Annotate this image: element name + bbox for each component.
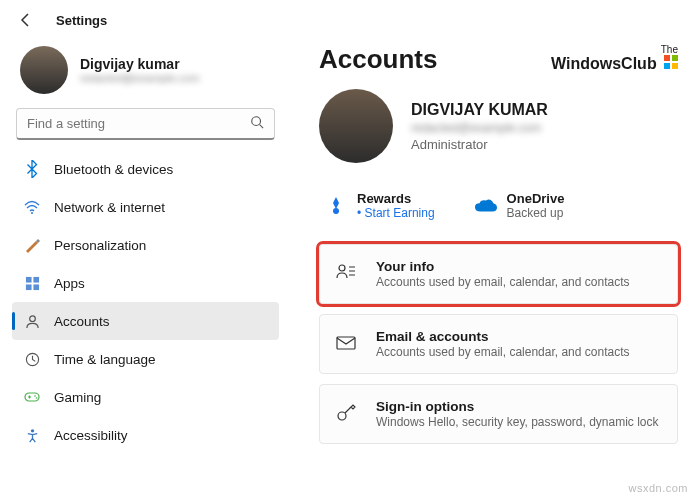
apps-icon [22,273,42,293]
card-sub: Accounts used by email, calendar, and co… [376,275,629,289]
time-icon [22,349,42,369]
page-title: Accounts [319,44,437,75]
back-button[interactable] [12,6,40,34]
account-role: Administrator [411,137,548,152]
sidebar-item-label: Bluetooth & devices [54,162,173,177]
sidebar-item-accessibility[interactable]: Accessibility [12,416,279,454]
sidebar: Digvijay kumar redacted@example.com Blue… [0,40,285,502]
window-title: Settings [56,13,107,28]
sidebar-item-apps[interactable]: Apps [12,264,279,302]
card-title: Sign-in options [376,399,659,414]
sidebar-item-accounts[interactable]: Accounts [12,302,279,340]
profile-name: Digvijay kumar [80,56,199,72]
svg-rect-18 [337,337,355,349]
profile-email: redacted@example.com [80,72,199,84]
sidebar-item-gaming[interactable]: Gaming [12,378,279,416]
sidebar-item-label: Accessibility [54,428,128,443]
card-signin-options[interactable]: Sign-in options Windows Hello, security … [319,384,678,444]
tile-rewards[interactable]: Rewards • Start Earning [325,191,435,220]
svg-rect-13 [672,55,678,61]
avatar [319,89,393,163]
brand-logo: The WindowsClub [551,44,678,73]
main-content: Accounts The WindowsClub DIGVIJAY KUMAR … [285,40,700,502]
account-email: redacted@example.com [411,121,548,135]
svg-point-11 [30,429,33,432]
arrow-left-icon [18,12,34,28]
sidebar-item-label: Gaming [54,390,101,405]
account-header: DIGVIJAY KUMAR redacted@example.com Admi… [319,89,678,163]
network-icon [22,197,42,217]
search-icon [250,115,264,132]
account-name: DIGVIJAY KUMAR [411,101,548,119]
svg-point-1 [31,212,33,214]
your-info-icon [336,263,358,286]
sidebar-item-network[interactable]: Network & internet [12,188,279,226]
bluetooth-icon [22,159,42,179]
accessibility-icon [22,425,42,445]
sidebar-item-personalization[interactable]: Personalization [12,226,279,264]
card-your-info[interactable]: Your info Accounts used by email, calend… [319,244,678,304]
sidebar-nav: Bluetooth & devices Network & internet P… [12,150,279,454]
sidebar-item-label: Apps [54,276,85,291]
personalization-icon [22,235,42,255]
svg-point-9 [34,395,36,397]
windows-flag-icon [664,55,678,69]
card-sub: Windows Hello, security key, password, d… [376,415,659,429]
onedrive-icon [475,195,497,217]
sidebar-profile[interactable]: Digvijay kumar redacted@example.com [12,40,279,108]
svg-point-0 [252,117,261,126]
svg-rect-15 [672,63,678,69]
svg-rect-2 [25,276,31,282]
svg-point-6 [29,315,35,321]
card-email-accounts[interactable]: Email & accounts Accounts used by email,… [319,314,678,374]
sidebar-item-label: Network & internet [54,200,165,215]
search-input[interactable] [27,116,250,131]
sidebar-item-label: Accounts [54,314,110,329]
sidebar-item-label: Time & language [54,352,156,367]
key-icon [336,402,358,427]
svg-rect-4 [25,284,31,290]
search-box[interactable] [16,108,275,140]
svg-rect-3 [33,276,39,282]
card-sub: Accounts used by email, calendar, and co… [376,345,629,359]
sidebar-item-bluetooth[interactable]: Bluetooth & devices [12,150,279,188]
tile-onedrive[interactable]: OneDrive Backed up [475,191,565,220]
quick-tiles: Rewards • Start Earning OneDrive Backed … [319,181,678,230]
svg-rect-5 [33,284,39,290]
svg-point-16 [333,208,339,214]
tile-title: OneDrive [507,191,565,206]
accounts-icon [22,311,42,331]
svg-rect-14 [664,63,670,69]
email-icon [336,334,358,355]
tile-sub: Backed up [507,206,565,220]
titlebar: Settings [0,0,700,40]
tile-title: Rewards [357,191,435,206]
svg-rect-12 [664,55,670,61]
svg-point-19 [338,412,346,420]
watermark: wsxdn.com [628,482,688,494]
sidebar-item-time[interactable]: Time & language [12,340,279,378]
gaming-icon [22,387,42,407]
sidebar-item-label: Personalization [54,238,146,253]
tile-sub: • Start Earning [357,206,435,220]
svg-point-17 [339,265,345,271]
avatar [20,46,68,94]
rewards-icon [325,195,347,217]
card-title: Your info [376,259,629,274]
svg-rect-8 [25,393,39,401]
svg-point-10 [36,397,38,399]
card-title: Email & accounts [376,329,629,344]
